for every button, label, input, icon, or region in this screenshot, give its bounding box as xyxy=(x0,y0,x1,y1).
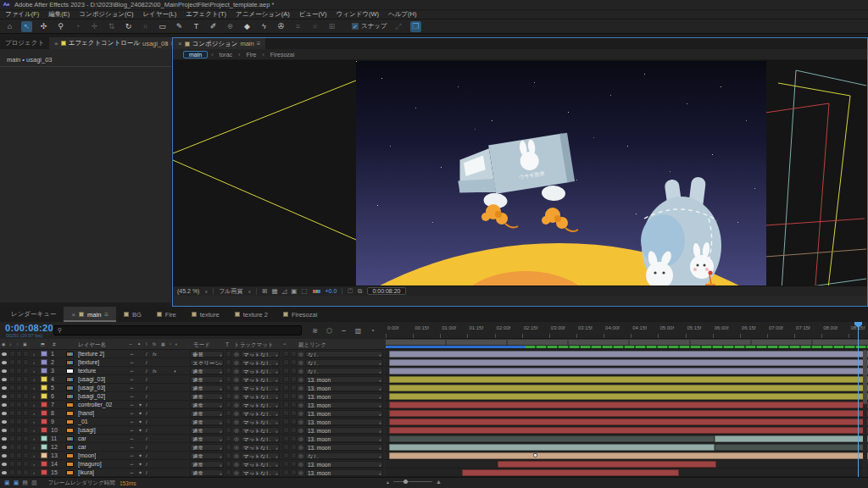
layer-bar[interactable] xyxy=(389,435,715,442)
preserve-transparency-toggle[interactable] xyxy=(225,427,231,433)
layer-name[interactable]: [texture 2] xyxy=(78,350,104,358)
zoom-in-icon[interactable]: ▲ xyxy=(436,479,442,485)
matte-invert-toggle[interactable] xyxy=(291,461,297,467)
quality-icon[interactable]: / xyxy=(146,460,147,469)
layer-name[interactable]: [usagi_02] xyxy=(78,392,105,401)
matte-pickwhip-icon[interactable]: ◎ xyxy=(234,358,239,367)
matte-pickwhip-icon[interactable]: ◎ xyxy=(234,392,239,401)
puppet-pin-tool-icon[interactable]: ✇ xyxy=(275,21,287,32)
collapse-icon[interactable]: ✦ xyxy=(138,460,142,469)
collapse-icon[interactable]: ✦ xyxy=(138,469,142,477)
matte-alpha-toggle[interactable] xyxy=(283,419,289,424)
matte-pickwhip-icon[interactable]: ◎ xyxy=(234,350,239,358)
preserve-transparency-toggle[interactable] xyxy=(225,359,231,365)
matte-pickwhip-icon[interactable]: ◎ xyxy=(234,409,239,418)
matte-pickwhip-icon[interactable]: ◎ xyxy=(234,469,239,477)
layer-bar[interactable] xyxy=(389,385,868,391)
audio-toggle[interactable] xyxy=(9,359,15,365)
hide-shy-layers-icon[interactable]: ∽ xyxy=(339,325,348,336)
audio-icon[interactable]: ♪ xyxy=(9,341,12,347)
layer-bar[interactable] xyxy=(389,402,868,408)
layer-row[interactable]: ›12car∽/通常∨◎マットなし∨◎13. moon∨ xyxy=(0,443,386,452)
menu-item[interactable]: アニメーション(A) xyxy=(236,10,290,19)
matte-alpha-toggle[interactable] xyxy=(283,435,289,441)
track-matte-select[interactable]: マットなし∨ xyxy=(241,427,280,434)
audio-toggle[interactable] xyxy=(9,427,15,433)
tab-composition[interactable]: × コンポジション main ≡ xyxy=(173,38,265,49)
matte-invert-toggle[interactable] xyxy=(291,368,297,374)
solo-toggle[interactable] xyxy=(16,419,22,424)
track-matte-select[interactable]: マットなし∨ xyxy=(241,461,280,468)
layer-duration-track[interactable] xyxy=(386,409,868,418)
shy-icon[interactable]: ∽ xyxy=(130,350,134,358)
label-color-swatch[interactable] xyxy=(41,427,47,433)
solo-toggle[interactable] xyxy=(16,393,22,399)
quality-icon[interactable]: / xyxy=(146,409,147,418)
layer-row[interactable]: ›15[ikura]∽✦/通常∨◎マットなし∨◎13. moon∨ xyxy=(0,469,386,477)
label-color-swatch[interactable] xyxy=(41,368,47,374)
breadcrumb-item[interactable]: torac xyxy=(217,52,236,58)
quality-icon[interactable]: / xyxy=(146,358,147,367)
lock-toggle[interactable] xyxy=(23,419,29,424)
draft-3d-icon[interactable]: ⬡ xyxy=(325,325,334,336)
layer-bar[interactable] xyxy=(389,351,868,358)
mask-visibility-icon[interactable]: ◿ xyxy=(282,287,287,295)
exposure-value[interactable]: +0.0 xyxy=(326,288,337,294)
eye-icon[interactable] xyxy=(2,352,7,356)
matte-alpha-toggle[interactable] xyxy=(283,385,289,391)
matte-alpha-toggle[interactable] xyxy=(283,393,289,399)
timeline-tab-fire[interactable]: Fire xyxy=(149,307,184,322)
layer-row[interactable]: ›6[usagi_02]∽/通常∨◎マットなし∨◎13. moon∨ xyxy=(0,392,386,401)
dolly-camera-tool-icon[interactable]: ⇅ xyxy=(106,21,117,32)
panel-menu-icon[interactable]: ≡ xyxy=(257,40,261,47)
preserve-transparency-toggle[interactable] xyxy=(225,435,231,441)
blend-mode-select[interactable]: 通常∨ xyxy=(190,427,224,434)
preserve-transparency-toggle[interactable] xyxy=(225,402,231,408)
label-color-swatch[interactable] xyxy=(41,452,47,458)
matte-alpha-toggle[interactable] xyxy=(283,410,289,416)
tab-effect-controls[interactable]: × エフェクトコントロール usagi_03 ≡ xyxy=(49,37,180,49)
eye-icon[interactable] xyxy=(2,412,7,415)
expand-arrow-icon[interactable]: › xyxy=(33,435,35,443)
shy-icon[interactable]: ∽ xyxy=(130,409,134,418)
eye-icon[interactable] xyxy=(2,378,7,381)
layer-row[interactable]: ›9_01∽✦/通常∨◎マットなし∨◎13. moon∨ xyxy=(0,418,386,426)
zoom-tool-icon[interactable]: ⚲ xyxy=(55,21,66,32)
quality-icon[interactable]: / xyxy=(146,452,147,460)
collapse-icon[interactable]: ✦ xyxy=(138,452,142,460)
lock-toggle[interactable] xyxy=(23,393,29,399)
solo-toggle[interactable] xyxy=(16,410,22,416)
shy-icon[interactable]: ∽ xyxy=(130,401,134,409)
expand-arrow-icon[interactable]: › xyxy=(33,409,35,418)
label-color-swatch[interactable] xyxy=(41,469,47,475)
parent-select[interactable]: なし∨ xyxy=(305,359,383,366)
breadcrumb-item[interactable]: main xyxy=(183,51,208,58)
fx-icon[interactable]: fx xyxy=(153,367,157,375)
mask-feather-icon-icon[interactable]: ⌗ xyxy=(309,21,320,32)
lock-toggle[interactable] xyxy=(23,402,29,408)
close-icon[interactable]: × xyxy=(54,40,58,47)
region-of-interest-icon[interactable]: ▣ xyxy=(291,287,297,295)
breadcrumb-item[interactable]: Fire xyxy=(243,52,259,58)
matte-pickwhip-icon[interactable]: ◎ xyxy=(234,452,239,460)
matte-pickwhip-icon[interactable]: ◎ xyxy=(234,401,239,409)
lock-toggle[interactable] xyxy=(23,376,29,382)
camera-tool-icon[interactable]: ⌗ xyxy=(140,21,151,32)
parent-pickwhip-icon[interactable]: ◎ xyxy=(298,384,303,392)
layer-duration-track[interactable] xyxy=(386,350,868,358)
solo-toggle[interactable] xyxy=(16,461,22,467)
timeline-tab-texture-2[interactable]: texture 2 xyxy=(227,307,275,322)
time-ruler[interactable]: 0:00f00:15f01:00f01:15f02:00f02:15f03:00… xyxy=(386,322,868,339)
layer-name[interactable]: car xyxy=(78,443,86,452)
lock-toggle[interactable] xyxy=(23,410,29,416)
lock-toggle[interactable] xyxy=(23,368,29,374)
parent-select[interactable]: 13. moon∨ xyxy=(305,376,383,383)
storage-icon[interactable]: ▤ xyxy=(22,480,28,486)
menu-item[interactable]: 編集(E) xyxy=(48,10,70,19)
quality-icon[interactable]: / xyxy=(146,426,147,435)
layer-name[interactable]: [usagi_03] xyxy=(78,375,105,384)
shy-icon[interactable]: ∽ xyxy=(130,460,134,469)
audio-toggle[interactable] xyxy=(9,419,15,424)
track-matte-select[interactable]: マットなし∨ xyxy=(241,435,280,442)
track-matte-select[interactable]: マットなし∨ xyxy=(241,385,280,391)
